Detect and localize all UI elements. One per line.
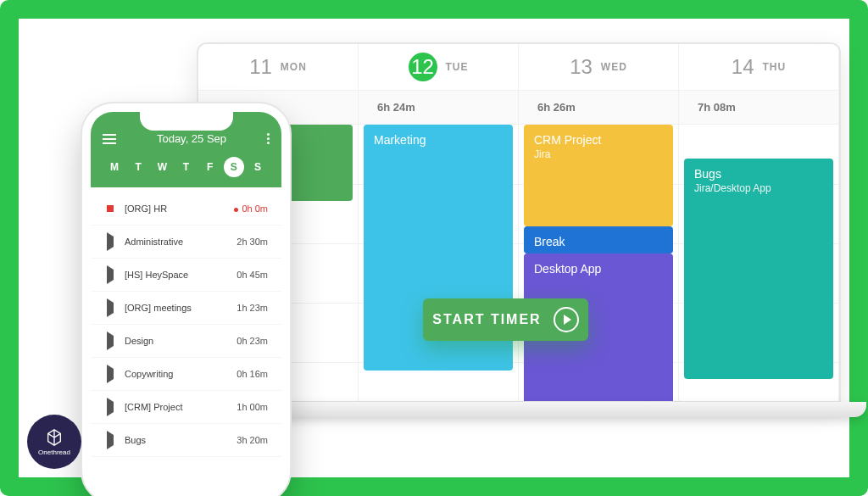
task-row[interactable]: [ORG] meetings 1h 23m	[91, 292, 281, 325]
weekday-row: MTWTFSS	[103, 157, 270, 177]
task-row[interactable]: Copywriting 0h 16m	[91, 358, 281, 391]
weekday[interactable]: T	[175, 157, 196, 177]
day-name: TUE	[446, 61, 469, 73]
play-icon[interactable]	[104, 303, 116, 313]
day-number: 12	[409, 53, 437, 81]
task-label: [ORG] HR	[125, 203, 234, 214]
day-total: 6h 24m	[359, 91, 519, 124]
task-time: 0h 45m	[236, 270, 268, 280]
calendar-event[interactable]: CRM ProjectJira	[524, 125, 673, 226]
calendar-header: 11 MON12 TUE13 WED14 THU	[198, 44, 839, 91]
play-icon[interactable]	[104, 369, 116, 379]
weekday[interactable]: F	[200, 157, 220, 177]
play-icon[interactable]	[104, 237, 116, 247]
day-column: BugsJira/Desktop App	[679, 125, 839, 403]
play-icon[interactable]	[104, 270, 116, 280]
task-row[interactable]: Administrative 2h 30m	[91, 226, 281, 259]
calendar-event[interactable]: Break	[524, 226, 673, 254]
task-time: 0h 23m	[236, 336, 268, 346]
task-label: Design	[125, 336, 236, 346]
day-header[interactable]: 12 TUE	[359, 44, 519, 90]
task-time: 0h 16m	[236, 369, 268, 379]
event-subtitle: Jira/Desktop App	[694, 182, 823, 194]
menu-icon[interactable]	[103, 134, 116, 144]
task-time: 3h 20m	[236, 435, 268, 445]
day-number: 14	[732, 55, 754, 79]
event-title: Bugs	[694, 167, 823, 181]
play-icon[interactable]	[104, 435, 116, 445]
calendar-totals-row: 6h 18m6h 24m6h 26m7h 08m	[198, 91, 839, 125]
play-icon	[554, 307, 579, 332]
weekday[interactable]: M	[104, 157, 125, 177]
task-row[interactable]: [HS] HeySpace 0h 45m	[91, 259, 281, 292]
task-row[interactable]: [ORG] HR 0h 0m	[91, 192, 281, 226]
event-title: Marketing	[374, 133, 503, 147]
phone-title: Today, 25 Sep	[157, 132, 226, 145]
event-subtitle: Jira	[534, 148, 663, 160]
day-header[interactable]: 13 WED	[519, 44, 679, 90]
task-row[interactable]: [CRM] Project 1h 00m	[91, 391, 281, 424]
task-label: [ORG] meetings	[125, 303, 236, 313]
task-label: [CRM] Project	[125, 402, 236, 412]
day-total: 7h 08m	[679, 91, 839, 124]
task-label: [HS] HeySpace	[125, 270, 236, 280]
start-timer-label: START TIMER	[432, 312, 541, 327]
weekday[interactable]: S	[248, 157, 268, 177]
laptop-screen: 11 MON12 TUE13 WED14 THU 6h 18m6h 24m6h …	[197, 42, 841, 403]
day-number: 13	[570, 55, 593, 79]
logo-text: Onethread	[38, 449, 70, 456]
day-name: THU	[763, 61, 787, 73]
calendar-event[interactable]: BugsJira/Desktop App	[684, 159, 833, 379]
calendar-body: rainingMarketingCRM ProjectJiraBreakDesk…	[198, 125, 839, 403]
more-icon[interactable]	[267, 133, 270, 144]
task-label: Administrative	[125, 237, 236, 247]
day-number: 11	[249, 55, 272, 79]
task-time: 0h 0m	[234, 203, 268, 214]
task-time: 1h 23m	[236, 303, 268, 313]
day-column: Marketing	[359, 125, 519, 403]
task-row[interactable]: Design 0h 23m	[91, 325, 281, 358]
weekday[interactable]: S	[224, 157, 244, 177]
play-icon[interactable]	[104, 336, 116, 346]
event-title: Break	[534, 235, 663, 248]
task-label: Copywriting	[125, 369, 236, 379]
stop-icon[interactable]	[104, 205, 116, 212]
event-title: Desktop App	[534, 262, 663, 276]
green-frame: 11 MON12 TUE13 WED14 THU 6h 18m6h 24m6h …	[0, 0, 868, 496]
task-list: [ORG] HR 0h 0m Administrative 2h 30m [HS…	[91, 187, 281, 462]
task-time: 2h 30m	[236, 237, 268, 247]
task-label: Bugs	[125, 435, 236, 445]
day-column: CRM ProjectJiraBreakDesktop App	[519, 125, 679, 403]
weekday[interactable]: T	[128, 157, 148, 177]
play-icon[interactable]	[104, 402, 116, 412]
day-header[interactable]: 14 THU	[679, 44, 839, 90]
event-title: CRM Project	[534, 133, 663, 147]
start-timer-button[interactable]: START TIMER	[423, 298, 588, 341]
day-name: WED	[601, 61, 627, 73]
cube-icon	[45, 428, 64, 447]
phone-notch	[140, 112, 233, 131]
phone-device: Today, 25 Sep MTWTFSS [ORG] HR 0h 0m Adm…	[82, 103, 290, 496]
onethread-logo: Onethread	[27, 415, 81, 469]
task-row[interactable]: Bugs 3h 20m	[91, 424, 281, 457]
task-time: 1h 00m	[236, 402, 268, 412]
day-total: 6h 26m	[519, 91, 679, 124]
day-header[interactable]: 11 MON	[198, 44, 359, 90]
weekday[interactable]: W	[152, 157, 172, 177]
day-name: MON	[281, 61, 307, 73]
